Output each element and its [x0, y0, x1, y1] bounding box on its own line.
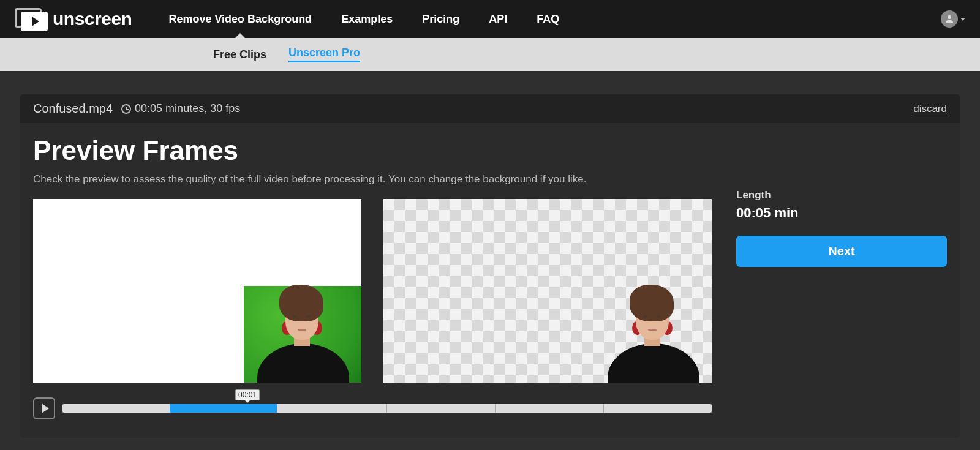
- nav-item-label: Pricing: [422, 13, 459, 25]
- logo-icon: [15, 8, 47, 30]
- tab-label: Free Clips: [213, 48, 266, 61]
- nav-item-label: Examples: [341, 13, 393, 25]
- file-name: Confused.mp4: [33, 102, 113, 116]
- left-column: Preview Frames Check the preview to asse…: [33, 135, 712, 419]
- length-label: Length: [736, 189, 947, 201]
- next-button[interactable]: Next: [736, 236, 947, 267]
- user-menu[interactable]: [941, 10, 965, 28]
- preview-before: [33, 199, 361, 383]
- timeline-wrap: 00:01: [33, 397, 712, 419]
- card-body: Preview Frames Check the preview to asse…: [20, 123, 960, 438]
- tab-unscreen-pro[interactable]: Unscreen Pro: [288, 47, 360, 62]
- timeline-fill: [170, 404, 277, 413]
- nav-links: Remove Video Background Examples Pricing…: [168, 13, 559, 26]
- editor-card: Confused.mp4 00:05 minutes, 30 fps disca…: [20, 94, 960, 438]
- length-value: 00:05 min: [736, 205, 947, 221]
- timeline-marker: 00:01: [235, 389, 260, 400]
- user-avatar-icon: [941, 10, 958, 28]
- preview-after: [383, 199, 712, 383]
- top-nav: unscreen Remove Video Background Example…: [0, 0, 980, 38]
- nav-faq[interactable]: FAQ: [537, 13, 559, 26]
- person-before: [250, 285, 354, 383]
- page-title: Preview Frames: [33, 135, 712, 166]
- clock-icon: [121, 104, 131, 114]
- nav-examples[interactable]: Examples: [341, 13, 393, 26]
- timeline[interactable]: 00:01: [62, 404, 712, 413]
- svg-point-0: [948, 15, 951, 19]
- page-subtitle: Check the preview to assess the quality …: [33, 173, 712, 186]
- tab-label: Unscreen Pro: [288, 47, 360, 59]
- right-column: Length 00:05 min Next: [736, 135, 947, 419]
- brand-name: unscreen: [53, 9, 132, 29]
- card-header: Confused.mp4 00:05 minutes, 30 fps disca…: [20, 94, 960, 123]
- chevron-down-icon: [960, 18, 965, 21]
- person-after: [600, 285, 704, 383]
- logo[interactable]: unscreen: [15, 8, 132, 30]
- play-icon: [42, 403, 49, 413]
- sub-nav: Free Clips Unscreen Pro: [0, 38, 980, 71]
- preview-row: [33, 199, 712, 383]
- main: Confused.mp4 00:05 minutes, 30 fps disca…: [0, 71, 980, 438]
- tab-free-clips[interactable]: Free Clips: [213, 48, 266, 61]
- nav-item-label: API: [489, 13, 507, 25]
- nav-pricing[interactable]: Pricing: [422, 13, 459, 26]
- nav-api[interactable]: API: [489, 13, 507, 26]
- nav-item-label: FAQ: [537, 13, 559, 25]
- nav-item-label: Remove Video Background: [168, 13, 312, 25]
- file-meta: 00:05 minutes, 30 fps: [135, 102, 240, 115]
- nav-remove-video-background[interactable]: Remove Video Background: [168, 13, 312, 26]
- timeline-track: [62, 404, 712, 413]
- play-button[interactable]: [33, 397, 55, 419]
- discard-link[interactable]: discard: [913, 103, 947, 115]
